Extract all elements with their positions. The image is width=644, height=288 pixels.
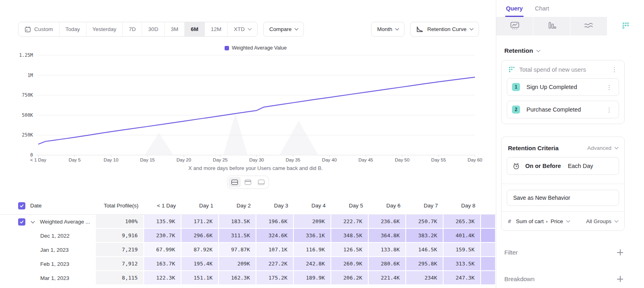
retention-value-cell[interactable]: 175.2K xyxy=(256,271,294,285)
kebab-menu-icon[interactable]: ⋮ xyxy=(610,66,619,73)
retention-value-cell[interactable]: 151.1K xyxy=(182,271,219,285)
retention-value-cell[interactable]: 195.4K xyxy=(182,257,219,271)
retention-value-cell[interactable]: 116.9K xyxy=(294,243,331,257)
retention-value-cell[interactable]: 313.5K xyxy=(444,257,481,271)
retention-value-cell[interactable]: 162.3K xyxy=(219,271,256,285)
kebab-menu-icon[interactable]: ⋮ xyxy=(605,83,614,91)
report-tab-insights[interactable] xyxy=(496,17,533,35)
column-header-day: Day 2 xyxy=(219,197,256,214)
save-button-label: Save as New Behavior xyxy=(513,195,570,201)
retention-value-cell[interactable]: 87.92K xyxy=(182,243,219,257)
row-label: Dec 1, 2022 xyxy=(0,229,96,243)
condition-value: Each Day xyxy=(568,163,593,169)
retention-value-cell[interactable]: 122.3K xyxy=(144,271,182,285)
date-column-label: Date xyxy=(30,203,42,209)
retention-value-cell[interactable]: 221.4K xyxy=(369,271,406,285)
retention-value-cell[interactable]: 163.7K xyxy=(144,257,182,271)
column-header-day: Total Profile(s) xyxy=(96,197,144,214)
add-breakdown-button plus-icon[interactable] xyxy=(617,276,623,282)
section-filter: Filter xyxy=(504,249,623,256)
report-tab-funnels[interactable] xyxy=(533,17,570,35)
retention-value-cell[interactable]: 222.7K xyxy=(331,215,369,229)
retention-value-cell[interactable]: 242.8K xyxy=(294,257,331,271)
retention-value-cell[interactable]: 126.5K xyxy=(331,243,369,257)
group-dropdown[interactable]: All Groups xyxy=(586,218,618,224)
retention-value-cell[interactable]: 227.2K xyxy=(256,257,294,271)
retention-value-cell[interactable]: 234K xyxy=(406,271,444,285)
retention-value-cell[interactable]: 230.7K xyxy=(144,229,182,243)
layout-chart-button[interactable] xyxy=(242,177,254,187)
retention-value-cell[interactable]: 364.8K xyxy=(369,229,406,243)
row-label-cell: Weighted Average ... xyxy=(0,215,96,229)
retention-value-cell[interactable]: 183.5K xyxy=(219,215,256,229)
total-profiles-cell: 7,912 xyxy=(96,257,144,271)
chevron-down-icon xyxy=(537,48,541,52)
retention-value-cell[interactable]: 189.9K xyxy=(294,271,331,285)
criteria-title: Retention Criteria xyxy=(508,145,559,151)
retention-value-cell[interactable]: 336.1K xyxy=(294,229,331,243)
layout-split-button[interactable] xyxy=(229,177,241,187)
retention-value-cell[interactable]: 265.3K xyxy=(444,215,481,229)
weighted-average-line[interactable] xyxy=(38,77,475,144)
retention-value-cell[interactable]: 295.8K xyxy=(406,257,444,271)
behavior-step-row[interactable]: 1Sign Up Completed⋮ xyxy=(507,78,619,96)
y-tick-label: 1M xyxy=(9,73,33,78)
retention-value-cell[interactable]: 236.6K xyxy=(369,215,406,229)
retention-value-cell[interactable]: 171.2K xyxy=(182,215,219,229)
report-tab-flows[interactable] xyxy=(570,17,607,35)
retention-value-cell[interactable]: 196.6K xyxy=(256,215,294,229)
report-tab-retention[interactable] xyxy=(607,17,644,35)
y-tick-label: 750K xyxy=(9,92,33,98)
add-filter-button plus-icon[interactable] xyxy=(617,249,623,255)
x-tick-label: Day 60 xyxy=(468,157,482,162)
retention-value-cell[interactable]: 67.99K xyxy=(144,243,182,257)
retention-value-cell[interactable]: 133.8K xyxy=(369,243,406,257)
retention-value-cell[interactable]: 159.5K xyxy=(444,243,481,257)
row-label: Weighted Average ... xyxy=(40,219,90,225)
measure-property-dropdown[interactable]: Sum of cart ▸ Price xyxy=(516,218,570,224)
query-sidebar: QueryChart Retention Total spend of new … xyxy=(496,0,644,288)
retention-value-cell[interactable]: 247.3K xyxy=(444,271,481,285)
retention-value-cell[interactable]: 206.2K xyxy=(331,271,369,285)
retention-value-cell[interactable]: 107.1K xyxy=(256,243,294,257)
flows-icon xyxy=(584,22,593,31)
y-tick-label: 1.25M xyxy=(9,52,33,58)
retention-value-cell[interactable]: 209K xyxy=(219,257,256,271)
chevron-down-icon[interactable] xyxy=(31,219,35,223)
retention-value-cell[interactable]: 250.7K xyxy=(406,215,444,229)
measure-sub-label: Price xyxy=(551,218,563,224)
save-as-new-behavior-button[interactable]: Save as New Behavior xyxy=(507,190,619,206)
row-checkbox[interactable] xyxy=(18,202,25,209)
tab-chart[interactable]: Chart xyxy=(535,0,549,17)
retention-value-cell[interactable]: 280.6K xyxy=(369,257,406,271)
advanced-dropdown[interactable]: Advanced xyxy=(587,145,618,151)
retention-value-cell[interactable]: 209K xyxy=(294,215,331,229)
retention-value-cell[interactable]: 348.5K xyxy=(331,229,369,243)
retention-value-cell[interactable]: 311.5K xyxy=(219,229,256,243)
group-label: All Groups xyxy=(586,218,611,224)
kebab-menu-icon[interactable]: ⋮ xyxy=(605,106,614,114)
retention-section-header[interactable]: Retention xyxy=(504,47,625,54)
chevron-down-icon xyxy=(566,218,570,222)
retention-value-cell[interactable]: 383.2K xyxy=(406,229,444,243)
alarm-clock-icon xyxy=(512,162,520,170)
retention-value-cell[interactable]: 260.9K xyxy=(331,257,369,271)
retention-value-cell[interactable]: 146.5K xyxy=(406,243,444,257)
tab-query[interactable]: Query xyxy=(506,0,523,17)
row-checkbox[interactable] xyxy=(18,218,25,226)
retention-value-cell[interactable]: 296.6K xyxy=(182,229,219,243)
retention-value-cell[interactable]: 97.87K xyxy=(219,243,256,257)
x-tick-label: Day 30 xyxy=(249,157,264,162)
criteria-condition-row[interactable]: On or Before Each Day xyxy=(507,157,619,175)
retention-value-cell-clipped xyxy=(481,257,496,271)
behavior-step-row[interactable]: 2Purchase Completed⋮ xyxy=(507,101,619,118)
y-tick-label: 500K xyxy=(9,112,33,118)
layout-table-button[interactable] xyxy=(255,177,267,187)
retention-line-chart[interactable] xyxy=(0,0,496,177)
x-tick-label: < 1 Day xyxy=(30,157,46,162)
step-number-badge: 1 xyxy=(512,83,520,91)
retention-value-cell[interactable]: 135.9K xyxy=(144,215,182,229)
number-property-icon: # xyxy=(508,218,511,224)
retention-value-cell[interactable]: 401.4K xyxy=(444,229,481,243)
retention-value-cell[interactable]: 324.6K xyxy=(256,229,294,243)
